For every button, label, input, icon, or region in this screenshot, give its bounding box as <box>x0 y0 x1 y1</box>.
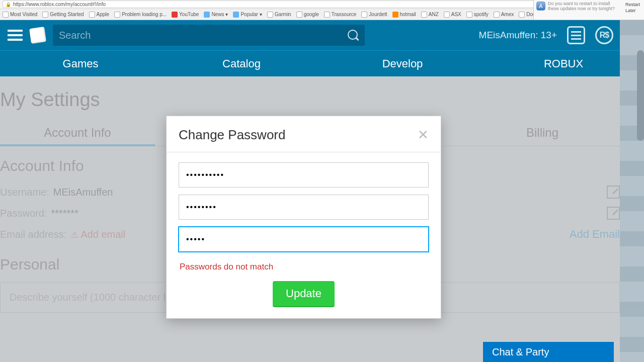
bookmark-item[interactable]: Problem loading p... <box>114 12 167 18</box>
update-notice: A Do you want to restart to install thes… <box>533 0 644 20</box>
nav-develop[interactable]: Develop <box>322 57 483 70</box>
bookmark-item[interactable]: Popular ▾ <box>233 12 262 18</box>
update-button[interactable]: Update <box>273 281 335 306</box>
search-input[interactable] <box>59 30 348 41</box>
bookmark-item[interactable]: Getting Started <box>42 12 84 18</box>
chat-party-bar[interactable]: Chat & Party <box>483 342 614 362</box>
close-icon[interactable]: ✕ <box>418 127 429 143</box>
update-notice-text: Do you want to restart to install these … <box>548 2 621 12</box>
appstore-icon: A <box>536 2 545 11</box>
password-error-message: Passwords do not match <box>180 262 429 272</box>
bookmark-item[interactable]: ANZ <box>421 12 439 18</box>
notifications-icon[interactable] <box>567 26 585 44</box>
main-nav: Games Catalog Develop ROBUX <box>0 50 644 76</box>
change-password-modal: Change Password ✕ Passwords do not match… <box>166 116 441 319</box>
new-password-input[interactable] <box>179 195 429 220</box>
bookmark-item[interactable]: Traxsource <box>324 12 357 18</box>
bookmark-item[interactable]: google <box>296 12 319 18</box>
bookmark-item[interactable]: Amex <box>494 12 514 18</box>
bookmark-item[interactable]: Apple <box>89 12 110 18</box>
bookmark-item[interactable]: spotify <box>466 12 489 18</box>
site-header: MEisAmuffen: 13+ R$ <box>0 20 644 50</box>
nav-games[interactable]: Games <box>0 57 161 70</box>
bookmark-item[interactable]: News ▾ <box>204 12 228 18</box>
bookmark-item[interactable]: Garmin <box>267 12 291 18</box>
search-icon[interactable] <box>348 30 359 41</box>
bookmark-item[interactable]: Most Visited <box>3 12 37 18</box>
current-password-input[interactable] <box>179 162 429 188</box>
scrollbar-thumb[interactable] <box>637 50 644 141</box>
confirm-password-input[interactable] <box>179 227 429 252</box>
bookmark-item[interactable]: ASX <box>444 12 461 18</box>
url-bar[interactable]: 🔒 https://www.roblox.com/my/account#!/in… <box>3 1 554 8</box>
bookmark-item[interactable]: Jourdett <box>361 12 387 18</box>
modal-title: Change Password <box>179 127 285 143</box>
menu-icon[interactable] <box>8 30 23 41</box>
robux-icon[interactable]: R$ <box>595 26 613 44</box>
site-search[interactable] <box>53 25 365 46</box>
user-age-label[interactable]: MEisAmuffen: 13+ <box>479 30 557 41</box>
url-text: https://www.roblox.com/my/account#!/info <box>13 2 106 7</box>
bookmark-item[interactable]: YouTube <box>172 12 199 18</box>
window-right-edge <box>620 20 644 362</box>
nav-catalog[interactable]: Catalog <box>161 57 322 70</box>
restart-button[interactable]: Restart <box>624 2 641 8</box>
bookmark-item[interactable]: hotmail <box>392 12 416 18</box>
roblox-logo[interactable] <box>29 27 46 44</box>
later-button[interactable]: Later <box>624 8 641 14</box>
lock-icon: 🔒 <box>6 2 11 7</box>
